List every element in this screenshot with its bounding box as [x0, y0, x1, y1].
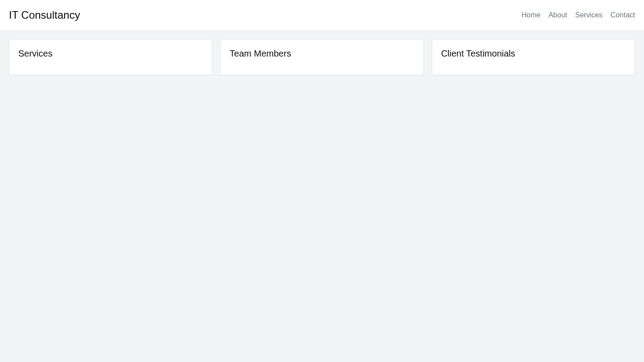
- nav-contact[interactable]: Contact: [611, 11, 635, 19]
- header: IT Consultancy Home About Services Conta…: [0, 0, 644, 30]
- main-content: Services Team Members Client Testimonial…: [0, 30, 644, 84]
- team-card: Team Members: [220, 39, 423, 75]
- nav-home[interactable]: Home: [521, 11, 541, 19]
- team-title: Team Members: [230, 49, 414, 59]
- testimonials-title: Client Testimonials: [441, 49, 626, 59]
- site-logo: IT Consultancy: [9, 9, 80, 21]
- services-title: Services: [18, 49, 203, 59]
- nav-about[interactable]: About: [549, 11, 567, 19]
- nav-services[interactable]: Services: [575, 11, 603, 19]
- services-card: Services: [9, 39, 212, 75]
- testimonials-card: Client Testimonials: [432, 39, 635, 75]
- main-nav: Home About Services Contact: [521, 11, 635, 19]
